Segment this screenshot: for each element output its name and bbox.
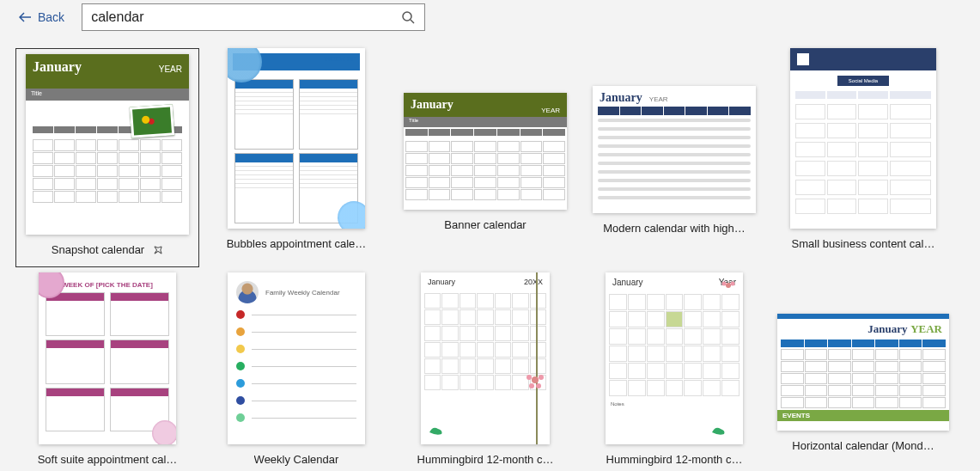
- template-card[interactable]: Family Weekly Calendar Weekly Calendar: [204, 272, 388, 471]
- template-thumbnail: Family Weekly Calendar: [228, 272, 365, 444]
- template-label: Modern calendar with high…: [603, 222, 745, 235]
- svg-point-4: [539, 375, 544, 380]
- template-thumbnail: WEEK OF [PICK THE DATE]: [39, 272, 176, 444]
- back-button[interactable]: Back: [19, 10, 64, 24]
- template-card[interactable]: WEEK OF [PICK THE DATE] Soft suite appoi…: [15, 272, 199, 471]
- template-label: Horizontal calendar (Mond…: [792, 439, 934, 452]
- svg-point-3: [527, 375, 532, 380]
- svg-point-7: [726, 283, 731, 288]
- search-button[interactable]: [397, 6, 419, 28]
- svg-point-8: [722, 282, 727, 286]
- svg-point-0: [403, 12, 411, 21]
- template-label: Weekly Calendar: [254, 453, 339, 466]
- template-thumbnail: JanuaryYEAR Title: [404, 93, 567, 210]
- svg-point-9: [731, 282, 735, 286]
- svg-point-2: [532, 376, 539, 383]
- template-card[interactable]: JanuaryYEAR Title Snapshot calendar: [15, 48, 199, 267]
- back-label: Back: [38, 10, 64, 24]
- template-card[interactable]: Social Media Small business content cal…: [771, 48, 955, 267]
- template-thumbnail: Social Media: [790, 48, 936, 229]
- template-label: Bubbles appointment cale…: [227, 237, 367, 250]
- pin-icon[interactable]: [151, 242, 166, 257]
- hummingbird-icon: [710, 424, 727, 437]
- template-thumbnail: JanuaryYEAR Title: [26, 54, 189, 235]
- template-label: Hummingbird 12-month c…: [417, 453, 554, 466]
- template-thumbnail: JanuaryYear Notes: [606, 272, 743, 444]
- template-label: Hummingbird 12-month c…: [606, 453, 743, 466]
- template-card[interactable]: JanuaryYEAR Modern calendar with high…: [582, 48, 766, 267]
- template-thumbnail: January20XX: [421, 272, 550, 444]
- flower-icon: [522, 367, 548, 393]
- flower-icon: [719, 276, 738, 295]
- search-icon: [401, 10, 415, 24]
- template-card[interactable]: JanuaryYear Notes Hummingbird 12-month c…: [582, 272, 766, 471]
- search-input[interactable]: [91, 9, 397, 25]
- arrow-left-icon: [19, 12, 31, 22]
- template-card[interactable]: January YEAR EVENTS Horizontal calendar …: [771, 272, 955, 471]
- template-card[interactable]: January20XX Hummingbird 12-month c…: [393, 272, 577, 471]
- svg-point-6: [536, 383, 541, 388]
- template-label: Soft suite appointment cal…: [38, 453, 178, 466]
- svg-line-1: [411, 20, 414, 23]
- template-label: Small business content cal…: [792, 237, 935, 250]
- hummingbird-icon: [428, 424, 445, 437]
- template-thumbnail: January YEAR EVENTS: [777, 314, 949, 431]
- svg-point-5: [529, 383, 534, 388]
- template-thumbnail: WEEK OF: [228, 48, 365, 229]
- template-card[interactable]: JanuaryYEAR Title Banner calendar: [393, 48, 577, 267]
- search-box[interactable]: [82, 3, 425, 31]
- template-grid: JanuaryYEAR Title Snapshot calendar: [0, 38, 980, 471]
- template-card[interactable]: WEEK OF Bubbles appointment cale…: [204, 48, 388, 267]
- template-thumbnail: JanuaryYEAR: [593, 86, 756, 213]
- template-label: Banner calendar: [444, 218, 526, 231]
- template-label: Snapshot calendar: [52, 243, 144, 256]
